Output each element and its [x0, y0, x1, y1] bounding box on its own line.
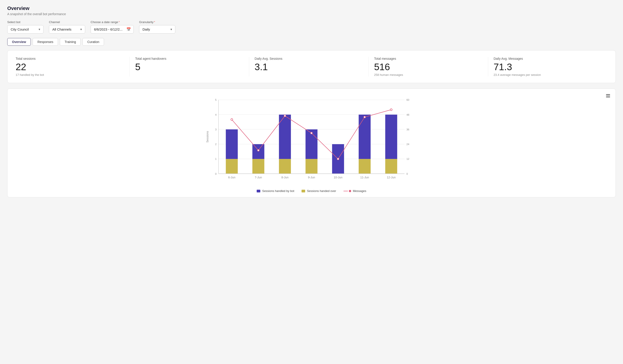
stat-item: Total agent handovers 5: [135, 57, 249, 77]
legend-line-dot: [343, 190, 351, 192]
stat-label: Daily Avg. Messages: [494, 57, 602, 61]
x-axis-tick: 7-Jun: [255, 176, 262, 179]
page-subtitle: A snapshot of the overall bot performanc…: [7, 12, 616, 16]
legend-line: [343, 191, 348, 191]
messages-dot-inner: [364, 116, 365, 118]
messages-dot-inner: [337, 158, 339, 160]
stat-label: Total agent handovers: [135, 57, 243, 61]
messages-dot-inner: [231, 119, 232, 120]
legend-rect: [302, 190, 305, 192]
granularity-input[interactable]: Daily: [139, 25, 175, 34]
y-axis-right-tick: 60: [406, 99, 409, 101]
legend-item: Sessions handled by bot: [257, 189, 294, 193]
y-axis-tick: 5: [215, 99, 217, 101]
messages-dot-inner: [391, 109, 392, 110]
y-axis-right-tick: 12: [406, 158, 409, 161]
bar-bot: [385, 115, 397, 159]
stat-value: 516: [374, 62, 482, 72]
stat-label: Daily Avg. Sessions: [255, 57, 363, 61]
bar-handover: [306, 159, 318, 174]
y-axis-right-tick: 0: [406, 172, 408, 175]
x-axis-tick: 6-Jun: [228, 176, 235, 179]
legend-item: Sessions handed over: [302, 189, 336, 193]
legend-item: Messages: [343, 189, 366, 193]
y-axis-right-tick: 36: [406, 128, 409, 131]
bar-bot: [252, 144, 264, 159]
chart-legend: Sessions handled by bot Sessions handed …: [16, 189, 607, 193]
granularity-group: Granularity* Daily ▼: [139, 20, 175, 34]
bar-bot: [226, 129, 238, 159]
stat-label: Total messages: [374, 57, 482, 61]
tab-training[interactable]: Training: [60, 38, 81, 46]
legend-label: Sessions handed over: [307, 189, 336, 193]
tab-overview[interactable]: Overview: [7, 38, 31, 46]
legend-label: Messages: [353, 189, 366, 193]
tab-responses[interactable]: Responses: [33, 38, 58, 46]
bar-handover: [359, 159, 371, 174]
legend-rect: [257, 190, 260, 192]
legend-dot: [349, 190, 351, 192]
channel-input[interactable]: All Channels: [49, 25, 85, 34]
bar-handover: [279, 159, 291, 174]
select-bot-input[interactable]: City Council: [7, 25, 44, 34]
stat-value: 3.1: [255, 62, 363, 72]
y-axis-right-tick: 48: [406, 113, 409, 116]
stat-item: Total messages 516 258 human messages: [374, 57, 488, 77]
stat-sub: 23.4 average messages per session: [494, 73, 602, 77]
y-axis-tick: 3: [215, 128, 217, 131]
select-bot-wrapper: City Council ▼: [7, 25, 44, 34]
stat-item: Daily Avg. Sessions 3.1: [255, 57, 369, 77]
y-axis-tick: 2: [215, 143, 217, 145]
stat-item: Daily Avg. Messages 71.3 23.4 average me…: [494, 57, 607, 77]
channel-label: Channel: [49, 20, 85, 24]
x-axis-tick: 12-Jun: [387, 176, 396, 179]
y-axis-tick: 1: [215, 158, 217, 161]
stat-label: Total sessions: [16, 57, 124, 61]
date-input-wrapper: 6/6/2023 - 6/12/2... 📅: [91, 25, 134, 34]
stat-value: 22: [16, 62, 124, 72]
x-axis-tick: 11-Jun: [360, 176, 369, 179]
x-axis-tick: 10-Jun: [334, 176, 343, 179]
y-axis-right-tick: 24: [406, 143, 409, 145]
channel-group: Channel All Channels ▼: [49, 20, 85, 34]
date-group: Choose a date range* 6/6/2023 - 6/12/2..…: [91, 20, 134, 34]
bar-handover: [252, 159, 264, 174]
channel-wrapper: All Channels ▼: [49, 25, 85, 34]
messages-dot-inner: [258, 150, 259, 151]
stats-card: Total sessions 22 17 handled by the bot …: [7, 50, 616, 83]
y-axis-tick: 4: [215, 113, 217, 116]
granularity-label: Granularity*: [139, 20, 175, 24]
date-input[interactable]: 6/6/2023 - 6/12/2...: [91, 25, 134, 34]
x-axis-tick: 8-Jun: [281, 176, 289, 179]
stat-sub: 258 human messages: [374, 73, 482, 77]
select-bot-group: Select bot City Council ▼: [7, 20, 44, 34]
granularity-wrapper: Daily ▼: [139, 25, 175, 34]
messages-dot-inner: [284, 115, 286, 117]
legend-label: Sessions handled by bot: [262, 189, 294, 193]
x-axis-tick: 9-Jun: [308, 176, 315, 179]
tabs-row: OverviewResponsesTrainingCuration: [7, 38, 616, 46]
page-title: Overview: [7, 5, 616, 11]
y-axis-tick: 0: [215, 172, 217, 175]
bar-handover: [226, 159, 238, 174]
stat-value: 71.3: [494, 62, 602, 72]
bar-handover: [385, 159, 397, 174]
select-bot-label: Select bot: [7, 20, 44, 24]
tab-curation[interactable]: Curation: [83, 38, 104, 46]
messages-dot-inner: [311, 132, 312, 134]
stat-value: 5: [135, 62, 243, 72]
date-label: Choose a date range*: [91, 20, 134, 24]
chart-card: 012345012243648606-Jun7-Jun8-Jun9-Jun10-…: [7, 88, 616, 197]
filters-row: Select bot City Council ▼ Channel All Ch…: [7, 20, 616, 34]
bar-bot: [359, 115, 371, 159]
stat-item: Total sessions 22 17 handled by the bot: [16, 57, 130, 77]
y-axis-title: Sessions: [206, 131, 209, 143]
stat-sub: 17 handled by the bot: [16, 73, 124, 77]
chart-area: 012345012243648606-Jun7-Jun8-Jun9-Jun10-…: [16, 95, 607, 186]
